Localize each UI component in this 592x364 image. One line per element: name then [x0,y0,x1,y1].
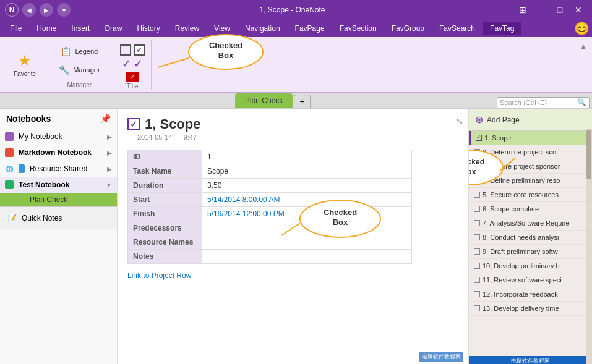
minimize-button[interactable]: — [533,1,550,19]
manager-label: Manager [73,66,100,74]
forward-button[interactable]: ▶ [40,3,53,17]
manager-icon: 🔧 [59,65,69,75]
menu-view[interactable]: View [207,22,238,35]
page-item-6[interactable]: 6, Scope complete [469,202,592,216]
notebook-markdown[interactable]: Markdown Notebook ▶ [0,145,117,161]
note-header: 1, Scope 2014-05-14 9:47 [118,109,468,145]
menu-favtag[interactable]: FavTag [483,22,521,35]
menu-favgroup[interactable]: FavGroup [384,22,432,35]
title-bar: N ◀ ▶ ▾ 1, Scope - OneNote ⊞ — □ ✕ [0,0,592,20]
menu-file[interactable]: File [2,22,29,35]
pin-icon[interactable]: 📌 [100,114,111,124]
resource-shared-expand-icon[interactable]: ▶ [107,166,112,172]
page-item-9[interactable]: 9, Draft preliminary softw [469,245,592,259]
page-label-12: 12, Incorporate feedback [483,290,558,298]
menu-home[interactable]: Home [29,22,64,35]
section-plan-check[interactable]: Plan Check [0,193,117,206]
search-input[interactable]: Search (Ctrl+E) [500,99,577,106]
page-checkbox-13 [474,305,480,311]
scroll-thumb[interactable] [586,130,591,179]
page-item-13[interactable]: 13, Develop delivery time [469,302,592,316]
link-to-project-row[interactable]: Link to Project Row [127,271,191,280]
page-item-4[interactable]: 4, Define preliminary reso [469,174,592,188]
page-label-13: 13, Develop delivery time [483,305,559,312]
star-icon: ★ [18,52,32,69]
page-item-10[interactable]: 10, Develop preliminary b [469,259,592,273]
table-value-resource-names [202,235,412,250]
legend-button[interactable]: 📋 Legend [57,43,101,60]
markdown-notebook-color [5,148,14,157]
page-checkbox-5 [474,192,480,198]
back-button[interactable]: ◀ [22,3,36,17]
table-label-taskname: Task Name [128,164,202,179]
collapse-ribbon-button[interactable]: ▲ [580,42,587,51]
note-title-checkbox[interactable] [127,118,140,130]
table-row: Duration 3.50 [128,179,412,193]
page-item-scope[interactable]: ✓ 1, Scope [469,131,592,145]
notebook-test[interactable]: Test Notebook ▼ [0,177,117,193]
page-item-2[interactable]: 2, Determine project sco [469,145,592,159]
page-item-3[interactable]: 3, Secure project sponsor [469,159,592,174]
menu-review[interactable]: Review [168,22,207,35]
markdown-notebook-expand-icon[interactable]: ▶ [107,150,112,156]
layout-button[interactable]: ⊞ [514,1,531,19]
menu-navigation[interactable]: Navigation [238,22,288,35]
my-notebook-color [5,132,14,141]
page-checkbox-2 [474,149,480,155]
plan-check-color [20,197,26,203]
note-data-table: ID 1 Task Name Scope Duration 3.50 Sta [127,150,412,264]
page-item-5[interactable]: 5, Secure core resources [469,188,592,202]
page-checkbox-8 [474,234,480,240]
svg-text:Checked: Checked [208,41,242,50]
resource-shared-icon: 🌐 [5,164,14,173]
table-label-start: Start [128,193,202,207]
manager-button[interactable]: 🔧 Manager [55,61,103,78]
page-label-6: 6, Scope complete [483,205,539,213]
favorite-button[interactable]: ★ Favorite [10,46,40,83]
table-row: Predecessors [128,221,412,235]
double-check-icon[interactable]: ✓ [134,58,143,69]
watermark: 电脑软件教程网 [419,352,463,362]
watermark-bottom: 电脑软件教程网 [469,356,592,364]
notebook-my-notebook[interactable]: My Notebook ▶ [0,129,117,145]
checked-box-icon[interactable]: ✓ [134,44,145,56]
table-value-finish: 5/19/2014 12:00:00 PM [202,207,412,221]
manager-group-label: Manager [67,80,92,88]
notebook-resource-shared[interactable]: 🌐 Resource Shared ▶ [0,161,117,177]
tag-icon[interactable]: ✓ [126,72,139,82]
check-mark-icon[interactable]: ✓ [122,58,131,69]
page-label-9: 9, Draft preliminary softw [483,248,558,255]
table-row: Start 5/14/2014 8:00:00 AM [128,193,412,207]
menu-favpage[interactable]: FavPage [288,22,332,35]
my-notebook-expand-icon[interactable]: ▶ [107,133,112,140]
menu-favsearch[interactable]: FavSearch [432,22,483,35]
quick-notes-item[interactable]: 📝 Quick Notes [0,206,117,229]
page-label-10: 10, Develop preliminary b [483,262,560,269]
scrollbar[interactable] [586,129,592,364]
close-button[interactable]: ✕ [570,1,587,19]
tab-plan-check[interactable]: Plan Check [235,93,293,108]
quick-notes-icon: 📝 [7,214,17,222]
window-controls: ⊞ — □ ✕ [514,1,587,19]
unchecked-box-icon[interactable] [120,44,131,56]
link-row: Link to Project Row [118,269,468,282]
page-label-7: 7, Analysis/Software Require [483,219,570,227]
page-item-12[interactable]: 12, Incorporate feedback [469,287,592,302]
maximize-button[interactable]: □ [551,1,568,19]
note-date: 2014-05-14 9:47 [127,132,458,142]
table-value-start: 5/14/2014 8:00:00 AM [202,193,412,207]
test-notebook-expand-icon[interactable]: ▼ [106,182,112,188]
quick-access[interactable]: ▾ [57,3,71,17]
menu-favsection[interactable]: FavSection [332,22,384,35]
expand-button[interactable]: ⤡ [456,116,463,126]
page-item-8[interactable]: 8, Conduct needs analysi [469,231,592,245]
resource-shared-label: Resource Shared [30,164,102,173]
menu-draw[interactable]: Draw [97,22,129,35]
tab-add-button[interactable]: + [294,95,310,108]
menu-insert[interactable]: Insert [64,22,97,35]
add-page-button[interactable]: ⊕ Add Page [469,109,592,131]
menu-history[interactable]: History [129,22,167,35]
page-item-11[interactable]: 11, Review software speci [469,273,592,287]
search-icon[interactable]: 🔍 [577,98,586,107]
page-item-7[interactable]: 7, Analysis/Software Require [469,216,592,231]
